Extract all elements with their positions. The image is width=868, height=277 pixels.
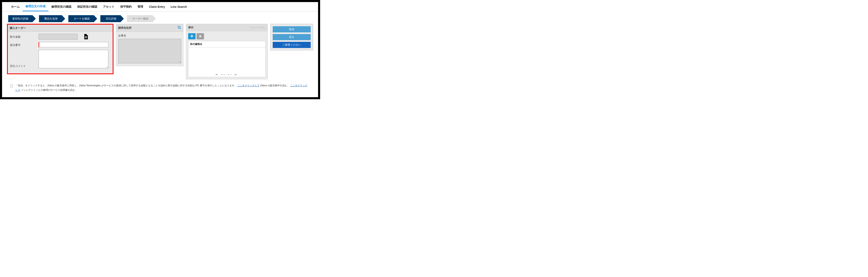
po-number-input[interactable] <box>38 42 108 47</box>
comment-label: 支払コメント <box>10 50 38 68</box>
step-order-confirm: オーダー確認 <box>127 15 152 22</box>
add-attachment-button[interactable] <box>188 33 195 39</box>
footer-text-3: インシデントごとの修理のサービス説明書を読む。 <box>21 89 78 92</box>
next-page-icon[interactable]: ▶▶ <box>228 73 233 76</box>
action-buttons-panel: 送信 戻る ご留意ください <box>270 24 313 50</box>
nav-warranty-status[interactable]: 保証状況の確認 <box>74 2 100 11</box>
po-title: 購入オーダー <box>8 25 113 32</box>
progress-steps: 返却先の詳細 製品を追加 カートを確認 支払詳細 オーダー確認 <box>8 15 318 22</box>
billing-address-panel: 請求先住所 企業名 <box>116 24 183 66</box>
first-page-icon[interactable]: ⏮ <box>215 73 219 76</box>
amount-field <box>38 34 78 40</box>
terms-link-1[interactable]: ここをクリックして <box>238 84 259 87</box>
attachment-list: 添付書類名 ⏮ ◀◀ ▶▶ ⏭ <box>188 41 266 77</box>
svg-line-4 <box>180 28 181 29</box>
attachment-panel: 添付 レコードなし 添付書類名 ⏮ ◀◀ ▶▶ <box>186 24 268 79</box>
nav-create-repair[interactable]: 修理注文の作成 <box>23 2 49 11</box>
amount-label: 取引金額 <box>10 34 38 39</box>
nav-line-search[interactable]: Line Search <box>168 3 190 11</box>
step-payment-detail[interactable]: 支払詳細 <box>100 15 120 22</box>
attachment-pager[interactable]: ⏮ ◀◀ ▶▶ ⏭ <box>188 73 265 76</box>
purchase-order-panel: 購入オーダー 取引金額 発注番号 支払コメント <box>7 24 114 74</box>
svg-rect-0 <box>85 36 87 37</box>
step-return-detail[interactable]: 返却先の詳細 <box>8 15 32 22</box>
last-page-icon[interactable]: ⏭ <box>235 73 238 76</box>
agree-checkbox[interactable] <box>10 85 13 88</box>
search-icon[interactable] <box>178 26 181 30</box>
billing-title: 請求先住所 <box>118 26 131 30</box>
top-navigation: ホーム 修理注文の作成 修理状況の確認 保証状況の確認 アセット 保守契約 管理… <box>2 2 318 11</box>
submit-button[interactable]: 送信 <box>273 26 311 32</box>
svg-rect-6 <box>190 36 193 36</box>
footer-text-1: 「送信」をクリックすると、Zebra の販売条件に同意し、Zebra Techn… <box>16 84 237 87</box>
document-icon[interactable] <box>84 34 88 39</box>
svg-rect-1 <box>85 37 87 37</box>
nav-home[interactable]: ホーム <box>8 2 23 11</box>
attach-title: 添付 <box>188 26 193 29</box>
terms-footer: 「送信」をクリックすると、Zebra の販売条件に同意し、Zebra Techn… <box>2 80 318 97</box>
no-records-label: レコードなし <box>251 26 266 29</box>
nav-claim-entry[interactable]: Claim Entry <box>146 3 168 11</box>
nav-maintenance[interactable]: 保守契約 <box>117 2 134 11</box>
prev-page-icon[interactable]: ◀◀ <box>221 73 226 76</box>
step-add-product[interactable]: 製品を追加 <box>39 15 62 22</box>
company-name-label: 企業名 <box>118 34 181 37</box>
svg-point-3 <box>178 26 180 28</box>
back-button[interactable]: 戻る <box>273 34 311 40</box>
svg-rect-2 <box>85 38 87 38</box>
footer-text-2: Zebra の販売条件を読む。 <box>260 84 290 87</box>
notice-button[interactable]: ご留意ください <box>273 42 311 48</box>
company-name-textarea[interactable] <box>118 39 181 63</box>
step-review-cart[interactable]: カートを確認 <box>68 15 94 22</box>
payment-comment-textarea[interactable] <box>38 50 108 68</box>
nav-assets[interactable]: アセット <box>100 2 117 11</box>
nav-admin[interactable]: 管理 <box>134 2 146 11</box>
delete-attachment-button[interactable] <box>196 33 204 39</box>
po-number-label: 発注番号 <box>10 42 38 47</box>
attachment-doc-name-header: 添付書類名 <box>188 41 265 47</box>
nav-repair-status[interactable]: 修理状況の確認 <box>49 2 74 11</box>
